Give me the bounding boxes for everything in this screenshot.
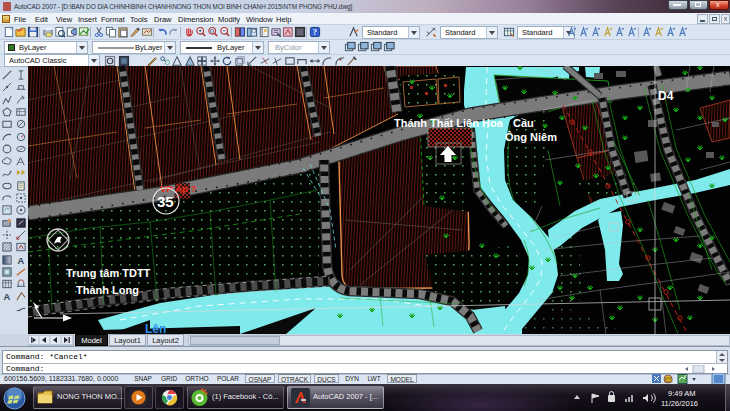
svg-text:Thành Long: Thành Long: [76, 284, 139, 296]
svg-text:A: A: [3, 292, 10, 302]
svg-text:A: A: [17, 255, 24, 265]
svg-text:35: 35: [157, 193, 174, 210]
svg-text:Ông Niêm: Ông Niêm: [505, 131, 557, 143]
svg-text:D4: D4: [658, 89, 674, 103]
svg-text:Cầu: Cầu: [513, 117, 534, 129]
svg-text:?: ?: [313, 28, 317, 37]
svg-text:Trung tâm TDTT: Trung tâm TDTT: [66, 267, 151, 279]
svg-text:Thánh Thất Liên Hoa: Thánh Thất Liên Hoa: [394, 117, 504, 129]
svg-text:Lên: Lên: [145, 322, 166, 334]
